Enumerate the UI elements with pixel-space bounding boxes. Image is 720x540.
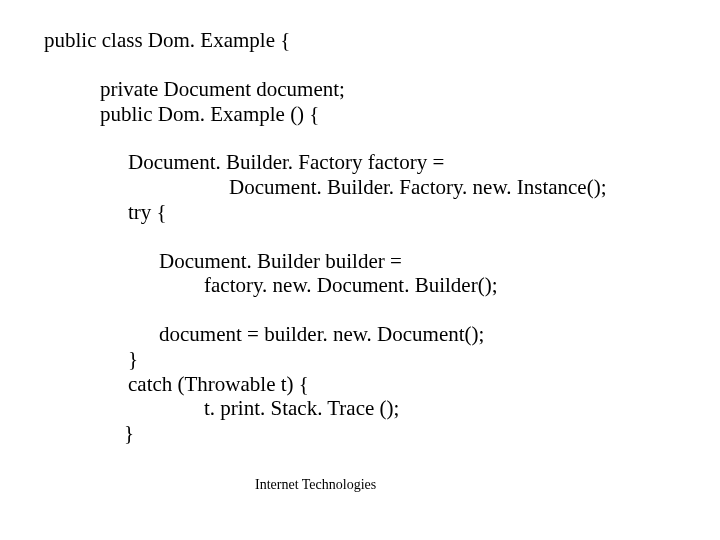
spacer <box>44 225 720 249</box>
code-line-1: public class Dom. Example { <box>44 28 720 53</box>
spacer <box>44 298 720 322</box>
code-line-9: document = builder. new. Document(); <box>44 322 720 347</box>
code-line-13: } <box>44 421 720 446</box>
code-line-5: Document. Builder. Factory. new. Instanc… <box>44 175 720 200</box>
code-line-2: private Document document; <box>44 77 720 102</box>
spacer <box>44 126 720 150</box>
code-line-7: Document. Builder builder = <box>44 249 720 274</box>
code-line-4: Document. Builder. Factory factory = <box>44 150 720 175</box>
code-line-12: t. print. Stack. Trace (); <box>44 396 720 421</box>
footnote: Internet Technologies <box>255 477 376 493</box>
code-line-6: try { <box>44 200 720 225</box>
spacer <box>44 53 720 77</box>
code-line-10: } <box>44 347 720 372</box>
code-line-8: factory. new. Document. Builder(); <box>44 273 720 298</box>
code-line-3: public Dom. Example () { <box>44 102 720 127</box>
code-line-11: catch (Throwable t) { <box>44 372 720 397</box>
